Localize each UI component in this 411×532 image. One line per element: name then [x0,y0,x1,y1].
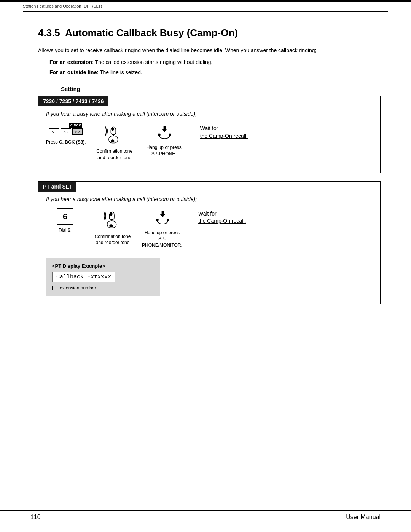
section-number: 4.3.5 [38,27,60,38]
svg-rect-8 [156,219,159,220]
intro-paragraph: Allows you to set to receive callback ri… [38,46,381,54]
box2-italic: If you hear a busy tone after making a c… [46,196,373,202]
svg-point-5 [110,212,112,216]
wait2-line1: Wait for [198,211,217,217]
box2-step1: 6 Dial 6. [46,208,84,234]
box1-step2-caption: Confirmation tone and reorder tone [94,148,135,161]
intro-text: Allows you to set to receive callback ri… [38,47,317,53]
svg-point-1 [111,139,115,142]
svg-point-6 [109,224,113,227]
manual-label: User Manual [346,514,381,521]
hangup-icon-1 [156,123,172,142]
box1-header: 7230 / 7235 / 7433 / 7436 [38,96,108,106]
box1-italic-text: If you hear a busy tone after making a c… [46,111,197,117]
pt-display-label: <PT Display Example> [52,263,154,269]
page-number: 110 [30,514,41,521]
setting-text: Setting [61,86,80,92]
box1-steps-row: C.BCK S 1 S 2 S 3 Press C. BCK (S3). [46,123,373,161]
instruction-box-2: PT and SLT If you hear a busy tone after… [38,181,381,304]
setting-label: Setting [61,86,381,92]
wait-text-1: Wait for the Camp-On recall. [200,125,248,140]
section-heading: Automatic Callback Busy (Camp-On) [65,27,238,38]
bullet2-bold: For an outside line [49,69,97,75]
svg-marker-2 [162,126,167,132]
page-container: Station Features and Operation (DPT/SLT)… [0,0,411,532]
box2-step3-text: Hang up or press SP-PHONE/MONITOR. [142,230,182,248]
box2-italic-text: If you hear a busy tone after making a c… [46,196,197,202]
header-breadcrumb: Station Features and Operation (DPT/SLT) [0,2,411,11]
box1-italic: If you hear a busy tone after making a c… [46,111,373,117]
dial-6-number: 6 [63,212,67,222]
key-s2: S 2 [61,128,71,135]
pt-display-example: <PT Display Example> Callback Extxxxx ex… [46,258,160,296]
wait-line1: Wait for [200,125,218,131]
pt-display-label-text: <PT Display Example> [52,263,105,269]
wait2-line2: the Camp-On recall. [198,218,246,224]
box1-content: If you hear a busy tone after making a c… [38,106,380,173]
box2-steps-row: 6 Dial 6. [46,208,373,249]
dial-6-box: 6 [57,208,73,225]
box2-step4: Wait for the Camp-On recall. [194,210,246,225]
ext-connector: extension number [52,285,154,291]
cbck-text: C.BCK [70,123,81,127]
bullet2: For an outside line: The line is seized. [49,69,381,77]
svg-point-0 [111,127,114,131]
wait-text-2: Wait for the Camp-On recall. [198,210,246,225]
display-screen: Callback Extxxxx [52,272,115,282]
box1-step2-text: Confirmation tone and reorder tone [96,149,132,160]
box1-step2: Confirmation tone and reorder tone [94,123,135,161]
box1-step3-text: Hang up or press SP-PHONE. [147,145,182,157]
keys-row: S 1 S 2 S 3 [49,128,83,135]
box2-step1-caption: Dial 6. [59,227,72,234]
bullet1-bold: For an extension [49,59,92,65]
section-title: 4.3.5 Automatic Callback Busy (Camp-On) [38,27,381,39]
ext-note-text: extension number [60,285,96,291]
screen-text: Callback Extxxxx [56,274,111,280]
phone-keys-diagram: C.BCK S 1 S 2 S 3 [49,123,83,135]
box1-step3-caption: Hang up or press SP-PHONE. [143,144,185,157]
svg-rect-4 [169,134,171,136]
box1-header-text: 7230 / 7235 / 7433 / 7436 [43,98,104,104]
box2-header-text: PT and SLT [43,184,72,190]
l-bracket-icon [52,286,58,290]
wait-line2: the Camp-On recall. [200,133,248,139]
bullet1-text: : The called extension starts ringing wi… [92,59,212,65]
box2-step2: Confirmation tone and reorder tone [92,208,134,246]
breadcrumb-text: Station Features and Operation (DPT/SLT) [23,4,102,8]
handset-icon-1 [101,123,128,146]
box2-step2-caption: Confirmation tone and reorder tone [92,233,134,246]
handset-icon-2 [99,208,126,231]
box1-step1: C.BCK S 1 S 2 S 3 Press C. BCK (S3). [46,123,86,145]
svg-rect-9 [167,219,169,220]
box2-header: PT and SLT [38,182,76,192]
svg-marker-7 [160,211,165,217]
instruction-box-1: 7230 / 7235 / 7433 / 7436 If you hear a … [38,96,381,173]
box1-step1-caption: Press C. BCK (S3). [46,139,86,145]
box2-step3-caption: Hang up or press SP-PHONE/MONITOR. [141,230,183,249]
cbck-label: C.BCK [69,123,83,128]
box2-step2-text: Confirmation tone and reorder tone [95,234,131,246]
svg-rect-3 [158,134,161,136]
box2-content: If you hear a busy tone after making a c… [38,192,380,304]
hangup-icon-2 [155,208,170,227]
box1-step4: Wait for the Camp-On recall. [196,125,248,140]
bullet1: For an extension: The called extension s… [49,58,381,66]
page-footer: 110 User Manual [0,510,411,521]
content-area: 4.3.5 Automatic Callback Busy (Camp-On) … [0,12,411,343]
box2-step3: Hang up or press SP-PHONE/MONITOR. [141,208,183,249]
box1-step3: Hang up or press SP-PHONE. [143,123,185,157]
bullet2-text: : The line is seized. [97,69,142,75]
key-s3: S 3 [72,128,83,135]
key-s1: S 1 [49,128,59,135]
